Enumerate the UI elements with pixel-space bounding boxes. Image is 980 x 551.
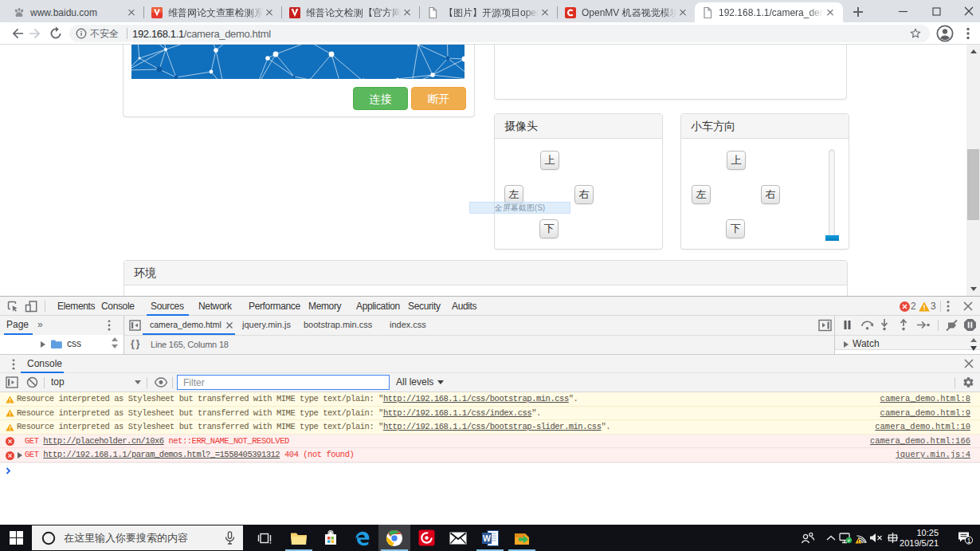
- console-drawer-tab[interactable]: Console: [27, 358, 62, 369]
- navigator-toggle-icon[interactable]: [129, 320, 141, 331]
- devtools-tab-console[interactable]: Console: [101, 297, 135, 316]
- console-source-link[interactable]: camera_demo.html:8: [880, 392, 970, 406]
- file-tab-close-icon[interactable]: [225, 321, 233, 329]
- scrollbar-thumb[interactable]: [967, 149, 979, 220]
- devtools-tab-sources[interactable]: Sources: [151, 297, 184, 316]
- devtools-close-icon[interactable]: [962, 301, 974, 312]
- devtools-tab-memory[interactable]: Memory: [308, 297, 341, 316]
- devtools-tab-elements[interactable]: Elements: [57, 297, 95, 316]
- devtools-menu-icon[interactable]: [943, 299, 953, 313]
- navigator-tab-page[interactable]: Page: [6, 319, 29, 330]
- clear-console-icon[interactable]: [26, 376, 38, 388]
- window-minimize-button[interactable]: [886, 0, 919, 22]
- spinner-down-icon[interactable]: [112, 344, 118, 348]
- speed-slider-track[interactable]: [829, 149, 835, 240]
- taskbar-chrome-active[interactable]: [378, 525, 410, 551]
- taskbar-mail[interactable]: [442, 525, 474, 551]
- camera-up-button[interactable]: 上: [540, 151, 559, 170]
- console-source-link[interactable]: camera_demo.html:10: [875, 420, 970, 434]
- car-left-button[interactable]: 左: [692, 185, 711, 204]
- tray-people[interactable]: [794, 525, 821, 551]
- console-error-row[interactable]: GET http://placeholder.cn/10x6 net::ERR_…: [0, 435, 980, 449]
- console-error-row[interactable]: GET http://192.168.1.1/param_demos.html?…: [0, 448, 980, 462]
- task-view-button[interactable]: [249, 525, 280, 551]
- sidebar-scroll-down-icon[interactable]: [970, 346, 977, 351]
- camera-right-button[interactable]: 右: [574, 185, 594, 204]
- inspect-element-button[interactable]: [5, 298, 21, 314]
- car-up-button[interactable]: 上: [727, 151, 746, 170]
- tree-item-css-folder[interactable]: css: [67, 338, 81, 349]
- console-warning-row[interactable]: Resource interpreted as Stylesheet but t…: [0, 392, 980, 407]
- browser-tab-vip-official[interactable]: 维普论文检测【官方网站】-: [282, 3, 420, 22]
- console-url-link[interactable]: http://192.168.1.1/css/bootstrap.min.css: [383, 394, 569, 403]
- taskbar-word[interactable]: W: [474, 525, 506, 551]
- console-warning-row[interactable]: Resource interpreted as Stylesheet but t…: [0, 407, 980, 421]
- browser-tab-baidu[interactable]: www.baidu.com: [6, 3, 144, 22]
- tab-close-icon[interactable]: [824, 6, 837, 19]
- taskbar-file-explorer[interactable]: [283, 525, 315, 551]
- window-close-button[interactable]: [952, 0, 980, 22]
- camera-down-button[interactable]: 下: [539, 219, 559, 238]
- pause-script-icon[interactable]: [842, 320, 853, 330]
- start-button[interactable]: [0, 525, 32, 551]
- console-url-link[interactable]: http://placeholder.cn/10x6: [43, 436, 163, 446]
- live-expression-eye-icon[interactable]: [155, 377, 167, 388]
- devtools-tab-audits[interactable]: Audits: [452, 297, 476, 316]
- car-down-button[interactable]: 下: [726, 219, 745, 238]
- expand-message-arrow-icon[interactable]: [18, 452, 22, 459]
- device-toolbar-button[interactable]: [23, 298, 39, 314]
- devtools-tab-security[interactable]: Security: [408, 297, 441, 316]
- file-tab-jquery[interactable]: jquery.min.js: [242, 320, 291, 329]
- reload-button[interactable]: [46, 24, 65, 43]
- security-label[interactable]: 不安全: [90, 27, 119, 41]
- console-settings-gear-icon[interactable]: [962, 376, 974, 388]
- back-button[interactable]: [8, 24, 27, 43]
- navigator-more-tabs[interactable]: »: [37, 319, 43, 330]
- console-prompt[interactable]: [0, 462, 980, 477]
- drawer-close-icon[interactable]: [963, 358, 974, 369]
- file-tab-label[interactable]: camera_demo.html: [150, 320, 221, 329]
- browser-tab-vip-check[interactable]: 维普网论文查重检测系统入口: [144, 3, 282, 22]
- forward-button[interactable]: [25, 24, 45, 43]
- drawer-menu-icon[interactable]: [6, 357, 21, 372]
- pause-on-exceptions-icon[interactable]: [963, 318, 977, 332]
- page-scrollbar[interactable]: [966, 45, 980, 296]
- step-out-icon[interactable]: [899, 319, 908, 331]
- console-url-link[interactable]: http://192.168.1.1/css/bootstrap-slider.…: [383, 422, 602, 431]
- tab-close-icon[interactable]: [539, 6, 551, 19]
- tab-close-icon[interactable]: [125, 6, 138, 19]
- file-tab-bootstrap-css[interactable]: bootstrap.min.css: [304, 320, 372, 329]
- tab-close-icon[interactable]: [676, 6, 689, 19]
- watch-label[interactable]: Watch: [853, 338, 880, 349]
- deactivate-breakpoints-icon[interactable]: [945, 319, 959, 332]
- disconnect-button[interactable]: 断开: [411, 87, 466, 110]
- profile-avatar[interactable]: [936, 25, 955, 44]
- step-icon[interactable]: [917, 321, 931, 329]
- tab-close-icon[interactable]: [401, 6, 414, 19]
- console-sidebar-icon[interactable]: [6, 376, 18, 388]
- context-selector[interactable]: top: [51, 376, 65, 388]
- car-right-button[interactable]: 右: [761, 185, 780, 204]
- taskbar-netease-music[interactable]: [410, 525, 442, 551]
- console-url-link[interactable]: http://192.168.1.1/css/index.css: [383, 408, 531, 418]
- address-bar[interactable]: 不安全 192.168.1.1/camera_demo.html: [69, 25, 930, 42]
- pretty-print-icon[interactable]: {}: [131, 338, 141, 349]
- taskbar-edge[interactable]: [347, 525, 378, 551]
- navigator-menu-icon[interactable]: [102, 318, 116, 333]
- sidebar-scroll-up-icon[interactable]: [970, 338, 977, 342]
- taskbar-picture-viewer[interactable]: [506, 525, 538, 551]
- console-source-link[interactable]: camera_demo.html:166: [870, 435, 970, 448]
- browser-tab-csdn-openmv[interactable]: OpenMV 机器视觉模块 简介: [558, 3, 696, 22]
- debugger-panel-toggle-icon[interactable]: [818, 319, 832, 332]
- step-into-icon[interactable]: [880, 319, 889, 331]
- tree-expand-arrow-icon[interactable]: [41, 341, 45, 348]
- devtools-tab-performance[interactable]: Performance: [249, 297, 300, 316]
- window-maximize-button[interactable]: [919, 0, 953, 22]
- log-levels-dropdown[interactable]: All levels: [396, 376, 433, 388]
- context-dropdown-arrow-icon[interactable]: [135, 380, 141, 384]
- console-source-link[interactable]: camera_demo.html:9: [880, 407, 970, 420]
- connect-button[interactable]: 连接: [353, 87, 408, 110]
- file-tab-index-css[interactable]: index.css: [390, 320, 426, 329]
- browser-tab-camera-demo-active[interactable]: 192.168.1.1/camera_demo: [695, 2, 843, 22]
- browser-tab-openmv-images[interactable]: 【图片】开源项目openmv 【: [420, 3, 558, 22]
